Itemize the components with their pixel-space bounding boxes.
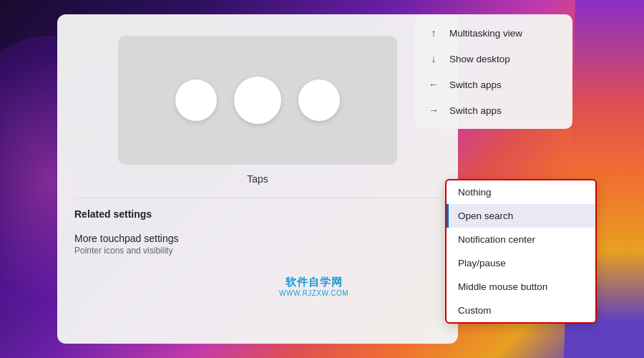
settings-panel: Taps Related settings More touchpad sett… [57,14,458,344]
dropdown-menu: Nothing Open search Notification center … [445,179,597,324]
watermark: 软件自学网 WWW.RJZXW.COM [279,276,348,297]
gesture-label-switch-apps-right: Switch apps [449,105,502,116]
gesture-label-multitasking: Multitasking view [449,28,522,39]
related-item-subtitle: Pointer icons and visibility [74,246,441,256]
arrow-right-icon: → [428,105,439,116]
arrow-up-icon: ↑ [428,27,439,39]
gesture-item-switch-apps-left[interactable]: ← Switch apps [415,72,572,97]
touchpad-circle-center [234,77,281,124]
gesture-item-multitasking[interactable]: ↑ Multitasking view [415,20,572,46]
touchpad-preview [118,36,397,165]
gesture-label-switch-apps-left: Switch apps [449,79,502,90]
dropdown-item-middle-mouse[interactable]: Middle mouse button [447,275,595,299]
taps-label: Taps [74,173,441,185]
touchpad-circle-left [175,79,217,121]
dropdown-item-nothing[interactable]: Nothing [447,180,595,204]
dropdown-item-custom[interactable]: Custom [447,299,595,322]
arrow-down-icon: ↓ [428,53,439,64]
related-settings-title: Related settings [74,208,441,220]
gesture-label-show-desktop: Show desktop [449,54,510,64]
arrow-left-icon: ← [428,79,439,90]
watermark-main-text: 软件自学网 [279,276,348,289]
watermark-sub-text: WWW.RJZXW.COM [279,289,348,297]
dropdown-item-play-pause[interactable]: Play/pause [447,251,595,275]
dropdown-item-notification-center[interactable]: Notification center [447,228,595,251]
divider [74,198,441,198]
gesture-item-show-desktop[interactable]: ↓ Show desktop [415,46,572,72]
related-item-title: More touchpad settings [74,233,441,244]
related-settings-item[interactable]: More touchpad settings Pointer icons and… [74,227,441,261]
touchpad-circle-right [298,79,340,121]
dropdown-item-open-search[interactable]: Open search [447,204,595,228]
gesture-panel: ↑ Multitasking view ↓ Show desktop ← Swi… [415,14,572,129]
gesture-item-switch-apps-right[interactable]: → Switch apps [415,97,572,123]
